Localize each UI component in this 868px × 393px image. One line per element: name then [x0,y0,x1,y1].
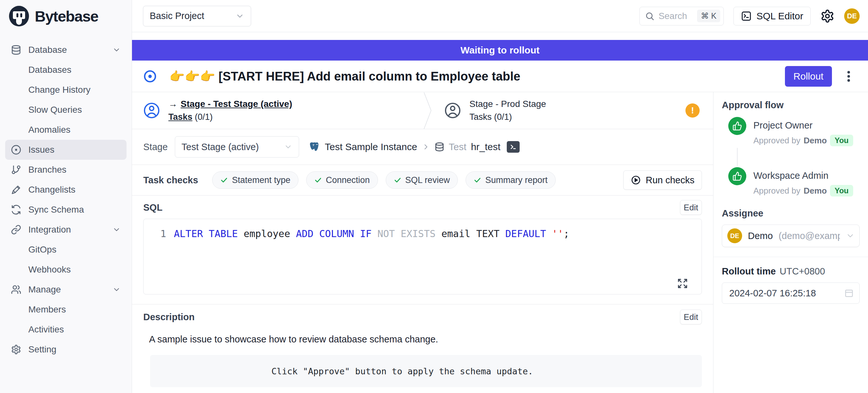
sidebar-item-label: Sync Schema [28,205,84,215]
rollout-button[interactable]: Rollout [785,66,832,87]
stage-person-icon [444,102,461,119]
database-name[interactable]: hr_test [471,142,501,152]
chevron-down-icon [112,225,121,234]
project-selector[interactable]: Basic Project [143,6,251,26]
sidebar-item-database[interactable]: Database [5,40,127,60]
approval-connector-line [737,148,738,166]
search-icon [645,11,655,21]
sidebar-item-branches[interactable]: Branches [5,160,127,180]
check-pill-connection[interactable]: Connection [306,171,378,189]
sidebar-item-changelists[interactable]: Changelists [5,180,127,200]
sidebar-item-label: Webhooks [28,265,71,275]
run-checks-button[interactable]: Run checks [623,171,702,190]
sidebar-item-label: Activities [28,324,64,335]
sidebar-item-integration[interactable]: Integration [5,220,127,240]
gear-icon [11,344,22,355]
chevron-down-icon [284,143,292,151]
approval-flow-heading: Approval flow [722,100,860,111]
sidebar-item-change-history[interactable]: Change History [5,80,127,100]
stage-separator [423,92,433,129]
description-edit-button[interactable]: Edit [680,309,702,324]
sql-code-editor[interactable]: 1ALTER TABLE employee ADD COLUMN IF NOT … [143,219,702,295]
settings-gear-button[interactable] [820,9,835,23]
user-avatar[interactable]: DE [844,8,860,24]
sidebar-item-activities[interactable]: Activities [5,320,127,339]
assignee-heading: Assignee [722,208,860,219]
play-circle-icon [631,175,641,185]
sidebar-item-webhooks[interactable]: Webhooks [5,260,127,280]
approved-by-text: Approved by [753,135,800,146]
sidebar-item-label: Databases [28,65,71,75]
status-banner: Waiting to rollout [132,40,868,61]
open-sql-editor-icon[interactable] [507,141,520,153]
sidebar-item-slow-queries[interactable]: Slow Queries [5,100,127,120]
stage-title: Stage - Prod Stage [469,99,546,109]
stage-card-prod[interactable]: Stage - Prod Stage Tasks (0/1) ! [433,99,713,122]
search-input[interactable] [658,11,693,21]
description-text: A sample issue to showcase how to review… [143,334,702,345]
task-checks-row: Task checks Statement type Connection SQ… [132,164,713,195]
rollout-time-input[interactable]: 2024-02-07 16:25:18 [722,282,860,304]
search-box[interactable]: ⌘ K [640,7,724,26]
terminal-square-icon [741,11,752,22]
sidebar-item-label: Database [28,45,67,55]
approved-by-text: Approved by [753,186,800,196]
brand-wordmark: Bytebase [35,7,98,25]
sidebar-item-members[interactable]: Members [5,300,127,320]
stage-select-row: Stage Test Stage (active) Test Sample In… [132,129,713,164]
stage-card-test[interactable]: → Stage - Test Stage (active) Tasks (0/1… [132,99,423,122]
issue-sidebar: Approval flow Project Owner Approved by … [713,92,868,393]
sql-edit-button[interactable]: Edit [680,200,702,215]
stage-warning-icon: ! [685,103,700,118]
run-checks-label: Run checks [646,175,694,186]
sidebar-item-gitops[interactable]: GitOps [5,240,127,260]
stage-tasks-link[interactable]: Tasks [168,112,192,122]
stage-selector[interactable]: Test Stage (active) [175,136,299,157]
approver-name: Demo [804,135,827,146]
approval-step: Project Owner Approved by Demo You [728,117,860,146]
sql-editor-button[interactable]: SQL Editor [734,7,811,26]
sidebar-item-anomalies[interactable]: Anomalies [5,120,127,140]
issue-title: 👉👉👉 [START HERE] Add email column to Emp… [169,69,785,84]
sql-token: IF [360,228,377,239]
brand-logo[interactable]: Bytebase [0,0,132,32]
sidebar-item-label: Manage [28,284,61,295]
stage-strip: → Stage - Test Stage (active) Tasks (0/1… [132,92,713,129]
kebab-menu-icon[interactable] [847,69,850,84]
check-pill-summary-report[interactable]: Summary report [466,171,556,189]
sidebar-item-setting[interactable]: Setting [5,339,127,360]
stage-tasks-count: (0/1) [195,112,213,122]
check-pill-sql-review[interactable]: SQL review [386,171,458,189]
circle-dot-icon [11,145,22,155]
sql-token: NOT EXISTS [377,228,441,239]
check-pill-label: Statement type [232,175,290,185]
topbar-actions: ⌘ K SQL Editor DE [640,7,860,26]
sidebar-item-label: Setting [28,344,56,355]
stage-select-label: Stage [143,142,168,152]
issue-title-row: 👉👉👉 [START HERE] Add email column to Emp… [132,61,868,92]
sidebar-item-databases[interactable]: Databases [5,60,127,80]
database-icon [11,45,22,55]
project-selector-value: Basic Project [150,11,204,21]
sql-heading: SQL [143,202,163,213]
approver-name: Demo [804,186,827,196]
stage-title-link[interactable]: Stage - Test Stage (active) [181,99,292,109]
sidebar-item-sync-schema[interactable]: Sync Schema [5,200,127,220]
instance-name[interactable]: Test Sample Instance [325,142,417,152]
approval-flow-list: Project Owner Approved by Demo You [722,117,860,196]
sidebar-item-label: Integration [28,224,71,235]
sql-editor-label: SQL Editor [756,11,803,22]
rollout-timezone: UTC+0800 [780,266,825,277]
sidebar-item-manage[interactable]: Manage [5,280,127,300]
sidebar-item-label: GitOps [28,244,56,255]
description-section: Description Edit A sample issue to showc… [132,304,713,387]
assignee-email: (demo@example [778,231,840,241]
check-pill-statement-type[interactable]: Statement type [212,171,299,189]
assignee-selector[interactable]: DE Demo (demo@example [722,224,860,247]
sidebar-item-issues[interactable]: Issues [5,140,127,160]
environment-label: Test [449,142,467,152]
task-checks-label: Task checks [143,175,198,186]
expand-icon[interactable] [677,278,688,289]
sidebar: Database Databases Change History Slow Q… [0,32,132,393]
panel-divider [713,257,868,257]
